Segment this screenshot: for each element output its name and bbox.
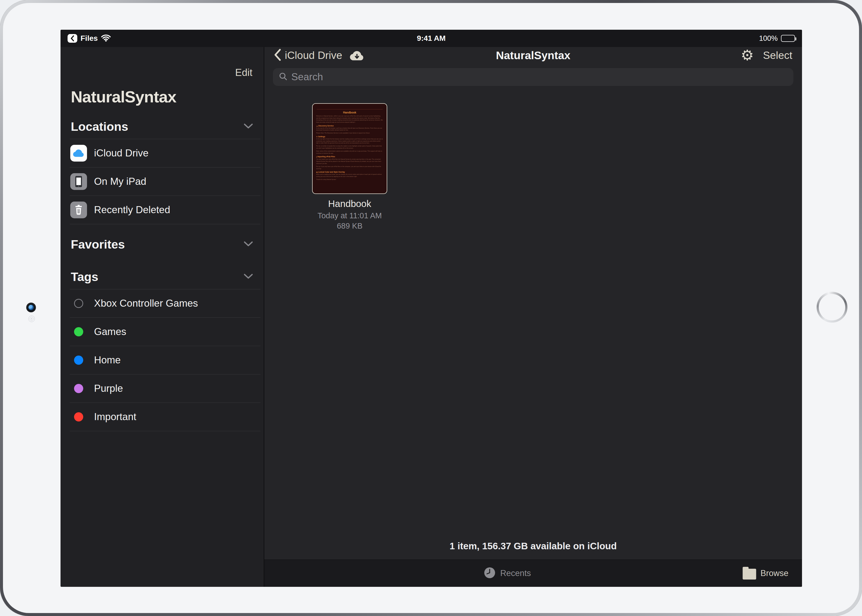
tag-dot-blue — [74, 355, 83, 365]
sidebar: Edit NaturalSyntax Locations — [61, 47, 264, 587]
chevron-down-icon — [244, 274, 253, 280]
tag-dot-red — [74, 412, 83, 421]
file-grid: HandbookWelcome to Natural Syntax, withi… — [264, 86, 802, 559]
chevron-down-icon — [244, 241, 253, 248]
clock-icon — [483, 567, 496, 580]
ipad-icon — [70, 173, 87, 190]
section-header-tags[interactable]: Tags — [61, 265, 264, 289]
edit-button[interactable]: Edit — [235, 67, 252, 79]
icloud-download-icon[interactable] — [349, 50, 365, 61]
page-title: NaturalSyntax — [496, 49, 571, 62]
battery-icon — [781, 35, 795, 42]
navigation-bar: iCloud Drive NaturalSyntax ⚙ Select — [264, 47, 802, 64]
status-bar: Files 9:41 AM 100% — [61, 30, 802, 47]
sidebar-item-on-my-ipad[interactable]: On My iPad — [61, 168, 264, 196]
home-button[interactable] — [816, 292, 848, 322]
item-count-summary: 1 item, 156.37 GB available on iCloud — [264, 541, 802, 552]
sidebar-tag-home[interactable]: Home — [61, 346, 264, 374]
chevron-left-icon — [274, 49, 281, 62]
status-time: 9:41 AM — [417, 34, 445, 43]
sidebar-tag-purple[interactable]: Purple — [61, 374, 264, 402]
status-battery-group: 100% — [759, 34, 795, 43]
folder-icon — [742, 569, 756, 580]
trash-icon — [70, 201, 87, 218]
sidebar-tag-xbox-controller-games[interactable]: Xbox Controller Games — [61, 289, 264, 317]
sidebar-tag-important[interactable]: Important — [61, 403, 264, 431]
sidebar-item-icloud-drive[interactable]: iCloud Drive — [61, 139, 264, 167]
tag-dot-green — [74, 327, 83, 336]
section-header-locations[interactable]: Locations — [61, 115, 264, 139]
sidebar-tag-games[interactable]: Games — [61, 318, 264, 346]
file-item-handbook[interactable]: HandbookWelcome to Natural Syntax, withi… — [307, 103, 393, 231]
search-placeholder: Search — [291, 71, 323, 83]
divider — [70, 431, 261, 431]
file-modified: Today at 11:01 AM — [318, 211, 382, 221]
wifi-icon — [101, 34, 111, 43]
battery-percent: 100% — [759, 34, 778, 43]
back-button[interactable]: iCloud Drive — [274, 49, 342, 62]
file-name: Handbook — [328, 198, 371, 209]
tab-recents[interactable]: Recents — [483, 560, 531, 587]
gear-icon[interactable]: ⚙ — [741, 48, 753, 63]
main-pane: iCloud Drive NaturalSyntax ⚙ Select — [264, 47, 802, 587]
search-input[interactable]: Search — [273, 68, 793, 86]
tab-bar: Recents Browse — [264, 559, 802, 587]
select-button[interactable]: Select — [763, 49, 792, 61]
front-camera — [26, 303, 36, 312]
back-to-app-breadcrumb[interactable]: Files — [68, 34, 111, 43]
tag-dot-purple — [74, 384, 83, 393]
sidebar-title: NaturalSyntax — [71, 88, 176, 106]
file-size: 689 KB — [318, 221, 382, 231]
chevron-down-icon — [244, 124, 253, 130]
file-thumbnail: HandbookWelcome to Natural Syntax, withi… — [312, 103, 387, 194]
tag-dot-outline — [74, 299, 83, 308]
back-to-app-label: Files — [80, 34, 98, 43]
search-icon — [279, 72, 288, 82]
icloud-drive-icon — [70, 145, 87, 162]
ipad-device-frame: Files 9:41 AM 100% — [0, 0, 862, 616]
back-to-app-icon — [68, 34, 77, 43]
tab-browse[interactable]: Browse — [742, 560, 788, 587]
files-app-screen: Files 9:41 AM 100% — [61, 30, 802, 587]
section-header-favorites[interactable]: Favorites — [61, 233, 264, 257]
light-sensor — [28, 316, 35, 322]
sidebar-item-recently-deleted[interactable]: Recently Deleted — [61, 196, 264, 224]
